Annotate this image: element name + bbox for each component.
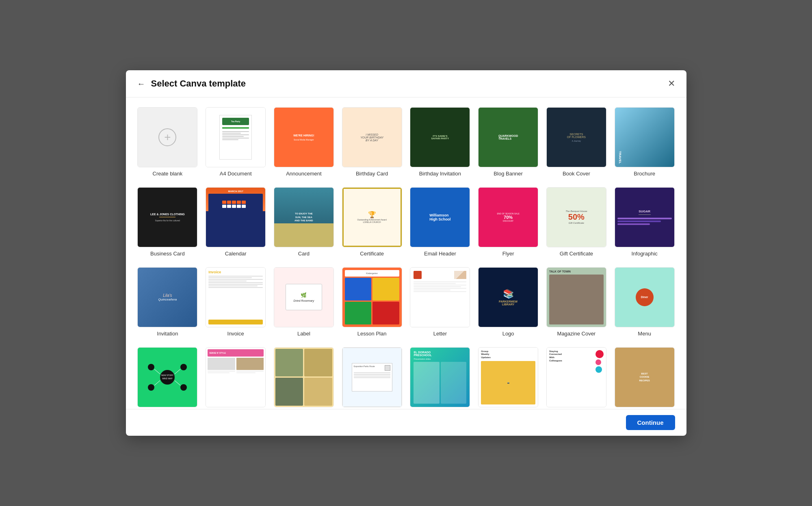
template-logo[interactable]: 📚 PARKERMEWLIBRARY Logo	[478, 267, 539, 337]
template-blog-banner[interactable]: QUARKWOODTRAVELS Blog Banner	[478, 107, 539, 177]
template-thumb-announcement: WE'RE HIRING! Social Media Manager	[274, 107, 334, 167]
template-thumb-a4: Tea Party	[206, 107, 266, 167]
template-thumb-brochure: TRAVEL	[615, 107, 675, 167]
template-thumb-email: WilliamsonHigh School	[410, 187, 470, 247]
template-label-birthday-card: Birthday Card	[356, 171, 388, 177]
template-cookie-recipes[interactable]: BESTCOOKIERECIPES Best Cookie Recipes	[614, 347, 675, 409]
template-announcement[interactable]: WE'RE HIRING! Social Media Manager Annou…	[273, 107, 334, 177]
template-thumb-magazine: TALK OF TOWN	[546, 267, 606, 327]
template-brochure[interactable]: TRAVEL Brochure	[614, 107, 675, 177]
template-lesson-plan[interactable]: Kindergarten Lesson Plan	[342, 267, 403, 337]
template-invoice[interactable]: Invoice Invoi	[205, 267, 266, 337]
back-button[interactable]: ←	[137, 79, 145, 89]
template-business-card[interactable]: LEE & JONES CLOTHING Superior fits for t…	[137, 187, 198, 257]
template-thumb-label: 🌿 Dried Rosemary	[274, 267, 334, 327]
template-thumb-invoice: Invoice	[206, 267, 266, 327]
plus-icon: +	[158, 128, 176, 146]
template-thumb-invitation: Lila's Quinceañera	[137, 267, 197, 327]
svg-rect-5	[222, 205, 226, 208]
template-certificate[interactable]: 🏆 Outstanding Achievement AwardLORELAI C…	[342, 187, 403, 257]
modal-header: ← Select Canva template ✕	[126, 70, 686, 97]
template-thumb-presentation: EL DORADOPRESCHOOL Presentation slides	[410, 347, 470, 407]
template-email-header[interactable]: WilliamsonHigh School Email Header	[410, 187, 471, 257]
template-thumb-blog: QUARKWOODTRAVELS	[478, 107, 538, 167]
template-label-letter: Letter	[433, 331, 447, 337]
svg-point-13	[148, 364, 154, 370]
templates-grid: + Create blank Tea Party	[137, 107, 675, 409]
template-label-birthday-inv: Birthday Invitation	[419, 171, 461, 177]
template-thumb-cookie: BESTCOOKIERECIPES	[615, 347, 675, 407]
template-newsletter[interactable]: SENSE N' STYLE	[205, 347, 266, 409]
template-flyer[interactable]: END OF SEASON SALE 70% DISCOUNT Flyer	[478, 187, 539, 257]
template-menu[interactable]: Diner Menu	[614, 267, 675, 337]
template-letter[interactable]: Letter	[410, 267, 471, 337]
template-label-invoice: Invoice	[227, 331, 244, 337]
svg-rect-3	[237, 201, 241, 204]
modal-footer: Continue	[126, 409, 686, 436]
template-thumb-cert: 🏆 Outstanding Achievement AwardLORELAI C…	[342, 187, 402, 247]
template-label-item[interactable]: 🌿 Dried Rosemary Label	[273, 267, 334, 337]
template-label-brochure: Brochure	[634, 171, 655, 177]
svg-rect-2	[232, 201, 236, 204]
template-label-logo: Logo	[502, 331, 514, 337]
modal-title: Select Canva template	[151, 78, 668, 89]
template-photo-collage[interactable]: Photo Collage	[273, 347, 334, 409]
svg-rect-4	[242, 201, 246, 204]
close-button[interactable]: ✕	[668, 78, 675, 89]
template-label-calendar: Calendar	[225, 251, 247, 257]
svg-rect-8	[237, 205, 241, 208]
template-thumb-letter	[410, 267, 470, 327]
template-label-magazine: Magazine Cover	[557, 331, 596, 337]
svg-point-15	[180, 364, 187, 370]
svg-point-19	[180, 384, 187, 391]
template-birthday-card[interactable]: I MISSEDYOUR BIRTHDAYBY A DAY Birthday C…	[342, 107, 403, 177]
svg-rect-1	[227, 201, 231, 204]
template-group-weekly[interactable]: GroupWeeklyUpdates 📷 Group Weekly Update…	[478, 347, 539, 409]
template-thumb-flyer: END OF SEASON SALE 70% DISCOUNT	[478, 187, 538, 247]
template-create-blank[interactable]: + Create blank	[137, 107, 198, 177]
template-card[interactable]: TO ENJOY THESUN, THE SEAAND THE BAND Car…	[273, 187, 334, 257]
template-gift-cert[interactable]: The Banquet House 50% Gift Certificate G…	[546, 187, 607, 257]
template-magazine-cover[interactable]: TALK OF TOWN Magazine Cover	[546, 267, 607, 337]
template-invitation[interactable]: Lila's Quinceañera Invitation	[137, 267, 198, 337]
template-thumb-newsletter: SENSE N' STYLE	[206, 347, 266, 407]
template-thumb-postcard: Exposition Parks Route	[342, 347, 402, 407]
template-label-cert: Certificate	[360, 251, 384, 257]
template-label-blog: Blog Banner	[494, 171, 523, 177]
continue-button[interactable]: Continue	[626, 415, 675, 430]
template-thumb-group-weekly: GroupWeeklyUpdates 📷	[478, 347, 538, 407]
template-grid-container: + Create blank Tea Party	[126, 97, 686, 409]
template-birthday-invitation[interactable]: IT'S SADIE'SSAFARI PARTY Birthday Invita…	[410, 107, 471, 177]
template-thumb-card: TO ENJOY THESUN, THE SEAAND THE BAND	[274, 187, 334, 247]
template-thumb-birthday-inv: IT'S SADIE'SSAFARI PARTY	[410, 107, 470, 167]
template-thumb-bookcover: SECRETSOF FLOWERS A Journey	[546, 107, 606, 167]
template-thumb-infographic: SUGAR	[615, 187, 675, 247]
template-thumb-lesson: Kindergarten	[342, 267, 402, 327]
svg-rect-9	[242, 205, 246, 208]
template-book-cover[interactable]: SECRETSOF FLOWERS A Journey Book Cover	[546, 107, 607, 177]
svg-rect-6	[227, 205, 231, 208]
svg-rect-0	[222, 201, 226, 204]
template-postcard[interactable]: Exposition Parks Route Postca	[342, 347, 403, 409]
template-mind-map[interactable]: NEW STORY MIND MAP	[137, 347, 198, 409]
template-thumb-birthday-card: I MISSEDYOUR BIRTHDAYBY A DAY	[342, 107, 402, 167]
template-label-invitation: Invitation	[157, 331, 178, 337]
template-label-create-blank: Create blank	[153, 171, 183, 177]
template-label-menu: Menu	[638, 331, 651, 337]
template-a4-document[interactable]: Tea Party A4	[205, 107, 266, 177]
svg-line-14	[154, 369, 160, 374]
svg-point-17	[148, 384, 154, 391]
template-infographic[interactable]: SUGAR Infographic	[614, 187, 675, 257]
template-calendar[interactable]: MARCH 2017	[205, 187, 266, 257]
template-label-bookcover: Book Cover	[563, 171, 590, 177]
select-template-modal: ← Select Canva template ✕ + Create blank	[126, 70, 686, 436]
template-label-label: Label	[297, 331, 310, 337]
template-thumb-mindmap: NEW STORY MIND MAP	[137, 347, 197, 407]
template-staying-connected[interactable]: StayingConnectedWithColleagues Staying C…	[546, 347, 607, 409]
svg-text:MIND MAP: MIND MAP	[162, 377, 173, 380]
template-thumb-logo: 📚 PARKERMEWLIBRARY	[478, 267, 538, 327]
template-presentation[interactable]: EL DORADOPRESCHOOL Presentation slides P…	[410, 347, 471, 409]
template-label-giftcert: Gift Certificate	[560, 251, 593, 257]
template-label-infographic: Infographic	[631, 251, 657, 257]
template-thumb-bizcard: LEE & JONES CLOTHING Superior fits for t…	[137, 187, 197, 247]
